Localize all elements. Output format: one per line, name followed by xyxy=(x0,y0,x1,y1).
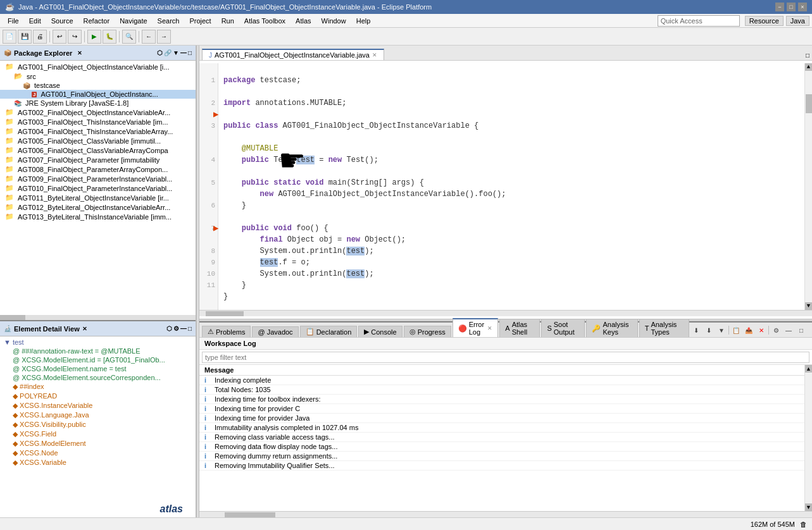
ed-tree-item-12[interactable]: ◆ XCSG.Node xyxy=(0,448,196,458)
collapse-all-icon[interactable]: ⬡ xyxy=(157,49,163,56)
package-explorer-tree[interactable]: 📁AGT001_FinalObject_ObjectInstanceVariab… xyxy=(0,61,196,315)
ed-tree-item-4[interactable]: @ XCSG.ModelElement.sourceCorresponden..… xyxy=(0,373,196,382)
save-button[interactable]: 💾 xyxy=(18,30,32,44)
editor-tab-main[interactable]: J AGT001_FinalObject_ObjectInstanceVaria… xyxy=(202,49,384,60)
pe-tree-item-11[interactable]: 📁AGT008_FinalObject_ParameterArrayCompon… xyxy=(0,164,196,174)
ed-tree-item-0[interactable]: ▼ test xyxy=(0,338,196,347)
minimize-button[interactable]: − xyxy=(775,3,784,11)
pe-menu-icon[interactable]: ▼ xyxy=(173,49,179,56)
bt-btn3[interactable]: ▼ xyxy=(716,324,727,336)
ed-tree-item-1[interactable]: @ ###annotation-raw-text = @MUTABLE xyxy=(0,347,196,355)
menu-atlas[interactable]: Atlas xyxy=(290,16,316,26)
ed-tree-item-8[interactable]: ◆ XCSG.Language.Java xyxy=(0,410,196,420)
pe-tree-item-14[interactable]: 📁AGT011_ByteLiteral_ObjectInstanceVariab… xyxy=(0,193,196,202)
menu-search[interactable]: Search xyxy=(153,16,185,26)
debug-button[interactable]: 🐛 xyxy=(103,30,116,44)
bottom-vscrollbar[interactable]: ▲ ▼ xyxy=(804,365,812,511)
ed-tree-item-10[interactable]: ◆ XCSG.Field xyxy=(0,429,196,439)
pe-minimize-icon[interactable]: — xyxy=(180,49,187,56)
link-with-editor-icon[interactable]: 🔗 xyxy=(164,49,172,56)
editor-scroll-thumb[interactable] xyxy=(806,94,812,113)
ed-tree-item-2[interactable]: @ XCSG.ModelElement.id = [AGT001_FinalOb… xyxy=(0,355,196,364)
ed-minimize-icon[interactable]: — xyxy=(180,325,187,332)
menu-edit[interactable]: Edit xyxy=(24,16,46,26)
bt-minimize-btn[interactable]: — xyxy=(783,324,794,336)
pe-tree-item-0[interactable]: 📁AGT001_FinalObject_ObjectInstanceVariab… xyxy=(0,62,196,71)
bt-maximize-btn[interactable]: □ xyxy=(796,324,807,336)
bottom-scroll-up[interactable]: ▲ xyxy=(805,365,812,373)
pe-horizontal-scrollbar[interactable] xyxy=(0,315,196,320)
back-button[interactable]: ← xyxy=(142,30,156,44)
pe-tree-item-10[interactable]: 📁AGT007_FinalObject_Parameter [immutabil… xyxy=(0,155,196,164)
bt-btn1[interactable]: ⬇ xyxy=(690,324,702,336)
close-button[interactable]: × xyxy=(798,3,807,11)
redo-button[interactable]: ↪ xyxy=(68,30,82,44)
tab-analysis-types[interactable]: T Analysis Types xyxy=(639,319,689,337)
editor-vscrollbar[interactable]: ▲ ▼ xyxy=(804,63,812,310)
bottom-scroll-down[interactable]: ▼ xyxy=(805,503,812,511)
ed-maximize-icon[interactable]: □ xyxy=(188,325,192,332)
pe-tree-item-1[interactable]: 📂src xyxy=(0,71,196,81)
quick-access-input[interactable]: Quick Access xyxy=(658,15,740,27)
editor-hscrollbar[interactable] xyxy=(199,310,812,316)
ed-tree-item-13[interactable]: ◆ XCSG.Variable xyxy=(0,458,196,467)
bt-settings-btn[interactable]: ⚙ xyxy=(770,324,782,336)
pe-maximize-icon[interactable]: □ xyxy=(188,49,192,56)
tab-analysis-keys[interactable]: 🔑 Analysis Keys xyxy=(586,319,637,337)
ed-toolbar-btn1[interactable]: ⬡ xyxy=(166,325,172,332)
error-log-close-icon[interactable]: ✕ xyxy=(487,325,492,331)
pe-scroll-thumb[interactable] xyxy=(0,315,25,320)
trash-icon[interactable]: 🗑 xyxy=(800,521,807,528)
pe-tree-item-15[interactable]: 📁AGT012_ByteLiteral_ObjectInstanceVariab… xyxy=(0,202,196,212)
tab-console[interactable]: ▶ Console xyxy=(358,326,402,337)
menu-navigate[interactable]: Navigate xyxy=(115,16,152,26)
menu-run[interactable]: Run xyxy=(216,16,239,26)
tab-progress[interactable]: ◎ Progress xyxy=(404,326,451,337)
ed-tree-item-11[interactable]: ◆ XCSG.ModelElement xyxy=(0,439,196,448)
editor-scroll-down[interactable]: ▼ xyxy=(805,302,812,310)
print-button[interactable]: 🖨 xyxy=(33,30,47,44)
element-detail-close-icon[interactable]: ✕ xyxy=(82,326,87,332)
menu-source[interactable]: Source xyxy=(46,16,78,26)
ed-tree-item-3[interactable]: @ XCSG.ModelElement.name = test xyxy=(0,364,196,373)
editor-hscroll-thumb[interactable] xyxy=(206,311,244,316)
editor-maximize-btn[interactable]: □ xyxy=(806,52,809,59)
tab-problems[interactable]: ⚠ Problems xyxy=(202,326,251,337)
menu-window[interactable]: Window xyxy=(316,16,351,26)
forward-button[interactable]: → xyxy=(157,30,171,44)
editor-content[interactable]: 1 2 3 4 5 6 7 xyxy=(199,61,812,319)
bt-delete-btn[interactable]: ✕ xyxy=(756,324,767,336)
ed-tree-item-7[interactable]: ◆ XCSG.InstanceVariable xyxy=(0,401,196,410)
pe-tree-item-4[interactable]: 📚JRE System Library [JavaSE-1.8] xyxy=(0,99,196,108)
menu-project[interactable]: Project xyxy=(184,16,216,26)
search-button[interactable]: 🔍 xyxy=(122,30,136,44)
editor-tab-close-icon[interactable]: ✕ xyxy=(372,52,377,58)
menu-atlas-toolbox[interactable]: Atlas Toolbox xyxy=(239,16,290,26)
java-button[interactable]: Java xyxy=(786,16,809,26)
undo-button[interactable]: ↩ xyxy=(53,30,66,44)
element-detail-tree[interactable]: ▼ test@ ###annotation-raw-text = @MUTABL… xyxy=(0,336,196,512)
run-button[interactable]: ▶ xyxy=(87,30,101,44)
pe-tree-item-7[interactable]: 📁AGT004_FinalObject_ThisInstanceVariable… xyxy=(0,126,196,136)
menu-file[interactable]: File xyxy=(3,16,24,26)
new-button[interactable]: 📄 xyxy=(3,30,16,44)
code-editor[interactable]: ▶ ▶ package testcase; import annotations… xyxy=(218,63,804,310)
pe-tree-item-5[interactable]: 📁AGT002_FinalObject_ObjectInstanceVariab… xyxy=(0,108,196,117)
bottom-hscrollbar[interactable] xyxy=(199,511,812,517)
pe-tree-item-16[interactable]: 📁AGT013_ByteLiteral_ThisInstanceVariable… xyxy=(0,212,196,221)
ed-tree-item-6[interactable]: ◆ POLYREAD xyxy=(0,391,196,401)
editor-scroll-up[interactable]: ▲ xyxy=(805,63,812,71)
pe-tree-item-9[interactable]: 📁AGT006_FinalObject_ClassVariableArrayCo… xyxy=(0,145,196,155)
pe-tree-item-13[interactable]: 📁AGT010_FinalObject_ParameterInstanceVar… xyxy=(0,183,196,193)
ed-tree-item-9[interactable]: ◆ XCSG.Visibility.public xyxy=(0,420,196,429)
ed-toolbar-btn2[interactable]: ⚙ xyxy=(173,325,179,332)
log-list[interactable]: iIndexing completeiTotal Nodes: 1035iInd… xyxy=(199,376,804,511)
resource-button[interactable]: Resource xyxy=(745,16,784,26)
bottom-hscroll-thumb[interactable] xyxy=(225,512,275,517)
pe-tree-item-6[interactable]: 📁AGT003_FinalObject_ThisInstanceVariable… xyxy=(0,117,196,126)
tab-javadoc[interactable]: @ Javadoc xyxy=(252,326,298,337)
tab-soot-output[interactable]: S Soot Output xyxy=(541,319,585,337)
pe-tree-item-3[interactable]: JAGT001_FinalObject_ObjectInstanc... xyxy=(0,90,196,99)
bt-copy-btn[interactable]: 📋 xyxy=(730,324,742,336)
ed-tree-item-5[interactable]: ◆ ##index xyxy=(0,382,196,391)
